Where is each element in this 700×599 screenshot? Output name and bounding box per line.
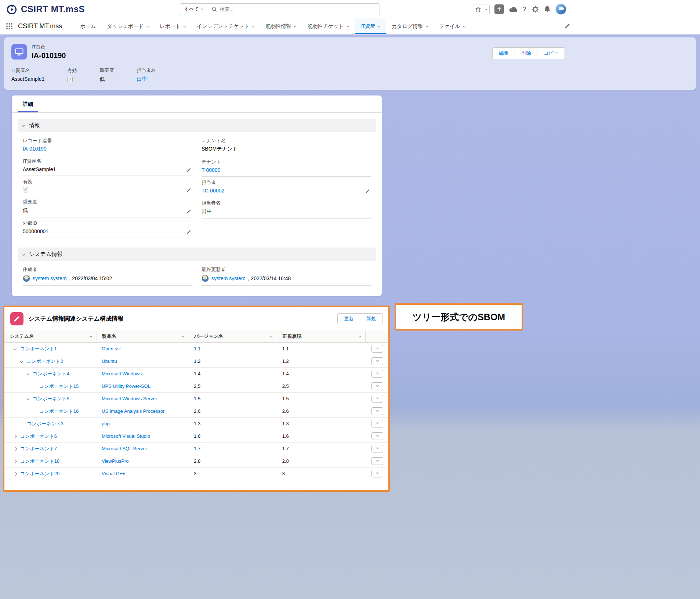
row-actions-button[interactable]	[371, 382, 383, 390]
row-actions-button[interactable]	[371, 420, 383, 427]
favorites-button	[473, 4, 490, 14]
product-link[interactable]: Visual C++	[102, 471, 125, 476]
quick-create-plus-icon[interactable]: +	[494, 4, 504, 14]
annotation-box: ツリー形式でのSBOM	[395, 303, 523, 331]
row-actions-button[interactable]	[371, 432, 383, 440]
product-link[interactable]: Microsoft Windows Server	[102, 396, 157, 401]
field-link[interactable]: 田中	[137, 76, 147, 82]
chevron-down-icon[interactable]	[26, 397, 30, 400]
app-launcher-icon[interactable]	[6, 23, 13, 30]
setup-gear-icon[interactable]	[532, 6, 539, 13]
field-link[interactable]: IA-010190	[23, 146, 47, 152]
component-link[interactable]: コンポーネント1	[20, 346, 57, 351]
field-link[interactable]: TC-00002	[202, 188, 224, 194]
chevron-down-icon	[146, 24, 149, 27]
related-action-button-1[interactable]: 更新	[337, 313, 360, 324]
user-link[interactable]: system system	[33, 275, 67, 281]
component-link[interactable]: コンポーネント16	[39, 408, 79, 414]
product-link[interactable]: ViewPlusPro	[102, 458, 128, 464]
chevron-down-icon	[376, 459, 378, 462]
product-link[interactable]: Microsoft SQL Server	[102, 446, 147, 451]
component-link[interactable]: コンポーネント18	[20, 458, 59, 464]
product-link[interactable]: Microsoft Visual Studio	[102, 433, 150, 439]
row-actions-button[interactable]	[371, 407, 383, 415]
edit-pencil-icon[interactable]	[186, 167, 191, 172]
product-link[interactable]: US Image Analysis Processor	[102, 408, 164, 414]
component-link[interactable]: コンポーネント15	[39, 383, 79, 389]
field-link[interactable]: T-00000	[202, 167, 220, 173]
chevron-down-icon[interactable]	[14, 347, 17, 350]
section-system-information[interactable]: システム情報	[18, 248, 376, 261]
column-header-1[interactable]: システム名	[4, 330, 97, 343]
row-actions-button[interactable]	[371, 345, 383, 353]
nav-tab-3[interactable]: レポート	[154, 18, 191, 34]
nav-tab-7[interactable]: IT資産	[355, 18, 386, 34]
edit-pencil-icon[interactable]	[186, 209, 191, 214]
row-actions-button[interactable]	[371, 357, 383, 365]
row-actions-button[interactable]	[371, 370, 383, 378]
nav-tab-1[interactable]: ホーム	[75, 18, 101, 34]
row-actions-button[interactable]	[371, 470, 383, 477]
component-link[interactable]: コンポーネント2	[26, 358, 63, 364]
nav-tab-6[interactable]: 脆弱性チケット	[302, 18, 354, 34]
chevron-right-icon[interactable]	[14, 447, 17, 451]
product-link[interactable]: UPS Utility Power-SOL	[102, 383, 150, 389]
user-avatar[interactable]	[555, 4, 566, 15]
component-link[interactable]: コンポーネント20	[20, 471, 59, 476]
product-link[interactable]: php	[102, 421, 110, 426]
upload-cloud-icon[interactable]	[509, 6, 518, 12]
regex-cell: 2.6	[277, 405, 366, 418]
component-link[interactable]: コンポーネント3	[27, 421, 64, 426]
chevron-down-icon[interactable]	[26, 372, 30, 375]
header-actions: + ?	[473, 4, 566, 15]
chevron-down-icon	[201, 7, 204, 10]
edit-page-pencil-icon[interactable]	[564, 23, 570, 29]
column-header-3[interactable]: バージョン名	[189, 330, 277, 343]
nav-tab-8[interactable]: カタログ情報	[386, 18, 434, 34]
component-link[interactable]: コンポーネント6	[20, 433, 57, 439]
record-action-button-3[interactable]: コピー	[537, 47, 565, 59]
favorites-dropdown[interactable]	[483, 4, 489, 14]
product-link[interactable]: Ubuntu	[102, 358, 117, 364]
chevron-down-icon[interactable]	[20, 359, 23, 363]
column-header-label: バージョン名	[194, 333, 223, 340]
row-actions-button[interactable]	[371, 395, 383, 403]
nav-tab-9[interactable]: ファイル	[434, 18, 471, 34]
notifications-bell-icon[interactable]	[544, 6, 551, 13]
record-action-button-1[interactable]: 編集	[492, 47, 515, 59]
field-label: 担当者名	[202, 200, 361, 206]
favorites-star-icon[interactable]	[473, 4, 483, 14]
help-icon[interactable]: ?	[522, 5, 527, 13]
highlight-field: 有効✓	[67, 67, 77, 83]
chevron-right-icon[interactable]	[14, 472, 17, 476]
global-header: CSIRT MT.msS すべて + ?	[0, 0, 700, 18]
edit-pencil-icon[interactable]	[365, 189, 370, 194]
chevron-right-icon[interactable]	[14, 434, 17, 438]
product-link[interactable]: Open ssl	[102, 346, 120, 351]
related-action-button-2[interactable]: 新規	[360, 313, 382, 324]
column-header-4[interactable]: 正規表現	[277, 330, 366, 343]
search-scope-button[interactable]: すべて	[180, 4, 208, 15]
version-cell: 2.5	[189, 380, 277, 393]
edit-pencil-icon[interactable]	[186, 230, 191, 234]
component-link[interactable]: コンポーネント5	[33, 396, 69, 401]
chevron-right-icon[interactable]	[14, 459, 17, 463]
tab-details[interactable]: 詳細	[18, 95, 38, 112]
search-input[interactable]	[220, 7, 376, 12]
nav-tab-label: レポート	[160, 23, 181, 30]
nav-tab-2[interactable]: ダッシュボード	[101, 18, 154, 34]
field-label: 最終更新者	[202, 266, 361, 273]
nav-tab-4[interactable]: インシデントチケット	[191, 18, 260, 34]
user-link[interactable]: system system	[211, 275, 246, 281]
column-header-2[interactable]: 製品名	[97, 330, 189, 343]
component-link[interactable]: コンポーネント4	[33, 371, 69, 376]
chevron-down-icon	[376, 397, 378, 399]
product-link[interactable]: Microsoft Windows	[102, 371, 142, 376]
edit-pencil-icon[interactable]	[186, 188, 191, 192]
section-information[interactable]: 情報	[18, 119, 376, 132]
row-actions-button[interactable]	[371, 457, 383, 465]
component-link[interactable]: コンポーネント7	[20, 446, 57, 451]
nav-tab-5[interactable]: 脆弱性情報	[260, 18, 302, 34]
row-actions-button[interactable]	[371, 445, 383, 452]
record-action-button-2[interactable]: 削除	[515, 47, 537, 59]
